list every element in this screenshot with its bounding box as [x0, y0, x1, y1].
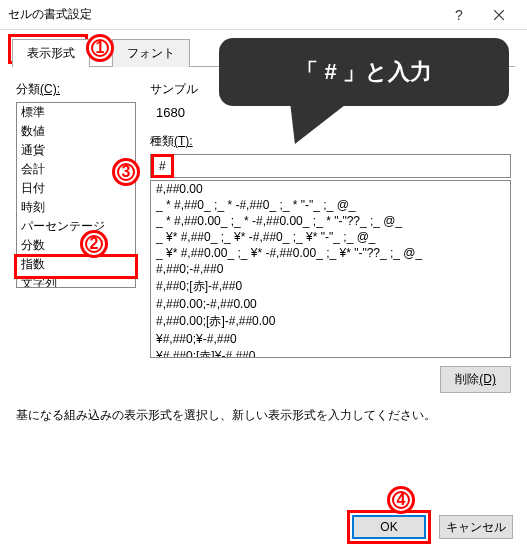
category-item[interactable]: 通貨: [17, 141, 135, 160]
hint-text: 基になる組み込みの表示形式を選択し、新しい表示形式を入力してください。: [16, 407, 511, 424]
format-item[interactable]: #,##0.00;-#,##0.00: [151, 296, 510, 312]
category-label: 分類(C):: [16, 81, 136, 98]
format-item[interactable]: #,##0;-#,##0: [151, 261, 510, 277]
type-input-highlight: #: [151, 154, 174, 178]
type-input[interactable]: #: [150, 154, 511, 178]
format-listbox[interactable]: #,##0.00_ * #,##0_ ;_ * -#,##0_ ;_ * "-"…: [150, 180, 511, 358]
format-item[interactable]: _ ¥* #,##0.00_ ;_ ¥* -#,##0.00_ ;_ ¥* "-…: [151, 245, 510, 261]
annotation-circle-2: 2: [80, 230, 108, 258]
category-item[interactable]: 指数: [17, 255, 135, 274]
annotation-circle-3: 3: [112, 158, 140, 186]
dialog-title: セルの書式設定: [8, 6, 439, 23]
close-icon: [494, 10, 504, 20]
format-item[interactable]: ¥#,##0;¥-#,##0: [151, 331, 510, 347]
category-item[interactable]: 時刻: [17, 198, 135, 217]
type-input-value: #: [155, 159, 170, 173]
delete-button[interactable]: 削除(D): [440, 366, 511, 393]
format-item[interactable]: #,##0.00;[赤]-#,##0.00: [151, 312, 510, 331]
format-item[interactable]: #,##0;[赤]-#,##0: [151, 277, 510, 296]
format-item[interactable]: _ * #,##0.00_ ;_ * -#,##0.00_ ;_ * "-"??…: [151, 213, 510, 229]
category-item[interactable]: 分数: [17, 236, 135, 255]
format-item[interactable]: _ * #,##0_ ;_ * -#,##0_ ;_ * "-"_ ;_ @_: [151, 197, 510, 213]
annotation-circle-4: 4: [387, 486, 415, 514]
ok-highlight: OK: [347, 510, 431, 544]
close-button[interactable]: [479, 1, 519, 29]
category-item[interactable]: 文字列: [17, 274, 135, 288]
category-item[interactable]: パーセンテージ: [17, 217, 135, 236]
category-listbox[interactable]: 標準数値通貨会計日付時刻パーセンテージ分数指数文字列その他ユーザー定義: [16, 102, 136, 288]
dialog-footer: OK キャンセル: [347, 510, 513, 544]
format-item[interactable]: ¥#,##0;[赤]¥-#,##0: [151, 347, 510, 358]
callout-bubble: 「 # 」と入力: [219, 38, 509, 106]
format-item[interactable]: _ ¥* #,##0_ ;_ ¥* -#,##0_ ;_ ¥* "-"_ ;_ …: [151, 229, 510, 245]
ok-button[interactable]: OK: [352, 515, 426, 539]
format-item[interactable]: #,##0.00: [151, 181, 510, 197]
tab-font[interactable]: フォント: [112, 39, 190, 67]
category-column: 分類(C): 標準数値通貨会計日付時刻パーセンテージ分数指数文字列その他ユーザー…: [16, 81, 136, 393]
tab-display-format[interactable]: 表示形式: [12, 39, 90, 67]
titlebar: セルの書式設定 ?: [0, 0, 527, 30]
help-button[interactable]: ?: [439, 1, 479, 29]
category-item[interactable]: 数値: [17, 122, 135, 141]
category-item[interactable]: 標準: [17, 103, 135, 122]
callout-text: 「 # 」と入力: [296, 57, 431, 87]
annotation-circle-1: 1: [86, 34, 114, 62]
cancel-button[interactable]: キャンセル: [439, 515, 513, 539]
